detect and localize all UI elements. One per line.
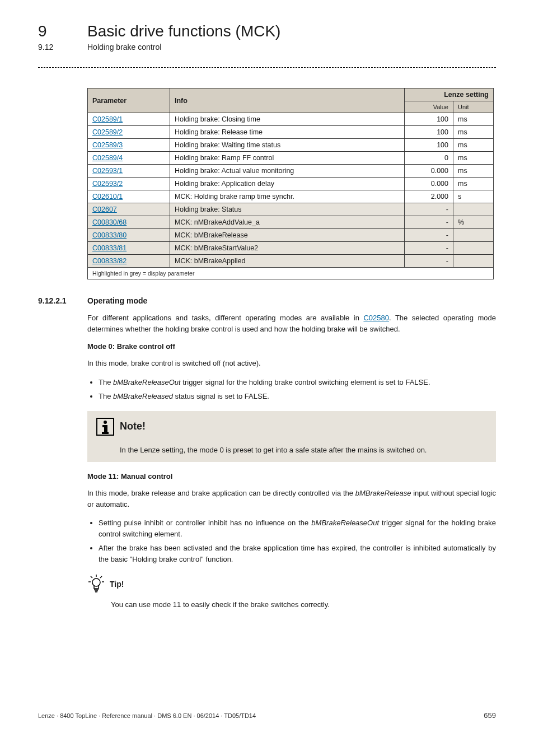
bullet-text-pre: Setting pulse inhibit or controller inhi… [99, 519, 311, 527]
cell-info: MCK: bMBrakeRelease [170, 229, 405, 242]
svg-point-1 [104, 421, 107, 424]
divider-dashed [38, 67, 496, 68]
table-row: C00833/82MCK: bMBrakeApplied- [88, 255, 494, 268]
cell-unit: ms [453, 139, 494, 152]
cell-value: - [405, 255, 453, 268]
mode0-heading: Mode 0: Brake control off [87, 342, 496, 351]
cell-value: 2.000 [405, 190, 453, 203]
bullet-text-post: status signal is set to FALSE. [173, 392, 269, 400]
cell-unit: ms [453, 113, 494, 126]
parameter-link[interactable]: C00833/80 [92, 231, 127, 239]
cell-value: - [405, 229, 453, 242]
chapter-number: 9 [38, 22, 87, 40]
chapter-title: Basic drive functions (MCK) [87, 22, 280, 40]
cell-unit: s [453, 190, 494, 203]
mode0-lead: In this mode, brake control is switched … [87, 358, 496, 369]
tip-title: Tip! [110, 580, 124, 589]
cell-info: Holding brake: Application delay [170, 178, 405, 190]
table-row: C02589/2Holding brake: Release time100ms [88, 126, 494, 139]
list-item: After the brake has been activated and t… [99, 543, 496, 564]
cell-info: Holding brake: Waiting time status [170, 139, 405, 152]
col-parameter: Parameter [88, 88, 170, 113]
col-info: Info [170, 88, 405, 113]
table-row: C02607Holding brake: Status- [88, 203, 494, 216]
cell-unit: ms [453, 178, 494, 190]
note-box: Note! In the Lenze setting, the mode 0 i… [87, 411, 496, 463]
table-row: C00830/68MCK: nMBrakeAddValue_a-% [88, 216, 494, 229]
note-body: In the Lenze setting, the mode 0 is pres… [120, 445, 487, 456]
table-row: C02593/2Holding brake: Application delay… [88, 178, 494, 190]
parameter-link[interactable]: C00833/81 [92, 244, 127, 252]
page-footer: Lenze · 8400 TopLine · Reference manual … [38, 711, 496, 720]
section-header: 9.12 Holding brake control [38, 43, 496, 52]
table-header-row: Parameter Info Lenze setting [88, 88, 494, 101]
parameter-link[interactable]: C02593/2 [92, 180, 123, 188]
subsection-title: Operating mode [87, 296, 147, 305]
intro-paragraph: For different applications and tasks, di… [87, 312, 496, 334]
cell-info: Holding brake: Ramp FF control [170, 152, 405, 165]
signal-name: bMBrakeReleaseOut [113, 378, 181, 386]
cell-info: MCK: Holding brake ramp time synchr. [170, 190, 405, 203]
parameter-link[interactable]: C02607 [92, 206, 117, 213]
col-unit: Unit [453, 101, 494, 113]
cell-value: 0.000 [405, 165, 453, 178]
parameter-link[interactable]: C02589/3 [92, 141, 123, 149]
parameter-link[interactable]: C00830/68 [92, 218, 127, 226]
svg-point-10 [92, 578, 100, 586]
note-title: Note! [120, 421, 146, 432]
cell-info: Holding brake: Release time [170, 126, 405, 139]
table-row: C02589/4Holding brake: Ramp FF control0m… [88, 152, 494, 165]
section-number: 9.12 [38, 43, 87, 52]
parameter-link[interactable]: C02589/4 [92, 154, 123, 162]
mode11-lead: In this mode, brake release and brake ap… [87, 488, 496, 510]
table-footnote: Highlighted in grey = display parameter [88, 268, 494, 279]
cell-info: Holding brake: Status [170, 203, 405, 216]
cell-unit [453, 242, 494, 255]
table-row: C02589/3Holding brake: Waiting time stat… [88, 139, 494, 152]
cell-value: - [405, 203, 453, 216]
intro-text-pre: For different applications and tasks, di… [87, 314, 363, 322]
table-row: C00833/81MCK: bMBrakeStartValue2- [88, 242, 494, 255]
svg-line-6 [91, 576, 92, 578]
col-value: Value [405, 101, 453, 113]
link-c02580[interactable]: C02580 [363, 314, 389, 322]
bullet-text-post: trigger signal for the holding brake con… [181, 378, 430, 386]
table-footnote-row: Highlighted in grey = display parameter [88, 268, 494, 279]
svg-line-7 [100, 576, 102, 578]
page-number: 659 [484, 711, 496, 720]
cell-value: 100 [405, 126, 453, 139]
footer-left: Lenze · 8400 TopLine · Reference manual … [38, 712, 256, 719]
cell-info: MCK: bMBrakeStartValue2 [170, 242, 405, 255]
signal-name: bMBrakeRelease [355, 489, 411, 497]
cell-unit [453, 203, 494, 216]
svg-rect-3 [104, 425, 107, 433]
parameter-link[interactable]: C02610/1 [92, 193, 123, 200]
parameter-link[interactable]: C02589/1 [92, 115, 123, 123]
cell-value: - [405, 242, 453, 255]
cell-unit [453, 229, 494, 242]
mode11-bullets: Setting pulse inhibit or controller inhi… [87, 517, 496, 564]
parameter-link[interactable]: C00833/82 [92, 257, 127, 265]
chapter-header: 9 Basic drive functions (MCK) [38, 22, 496, 40]
tip-header: Tip! [87, 575, 496, 594]
cell-info: Holding brake: Closing time [170, 113, 405, 126]
bullet-text-pre: The [99, 378, 113, 386]
cell-unit: ms [453, 126, 494, 139]
cell-value: 100 [405, 139, 453, 152]
list-item: The bMBrakeReleaseOut trigger signal for… [99, 377, 496, 388]
lightbulb-icon [87, 575, 105, 594]
signal-name: bMBrakeReleaseOut [311, 519, 379, 527]
parameter-link[interactable]: C02589/2 [92, 128, 123, 136]
cell-info: MCK: bMBrakeApplied [170, 255, 405, 268]
cell-unit: % [453, 216, 494, 229]
note-header: Note! [96, 418, 487, 436]
parameter-table: Parameter Info Lenze setting Value Unit … [87, 88, 494, 279]
cell-info: MCK: nMBrakeAddValue_a [170, 216, 405, 229]
parameter-link[interactable]: C02593/1 [92, 167, 123, 175]
cell-value: 0.000 [405, 178, 453, 190]
cell-value: 0 [405, 152, 453, 165]
cell-unit [453, 255, 494, 268]
cell-value: 100 [405, 113, 453, 126]
table-row: C02589/1Holding brake: Closing time100ms [88, 113, 494, 126]
cell-unit: ms [453, 152, 494, 165]
